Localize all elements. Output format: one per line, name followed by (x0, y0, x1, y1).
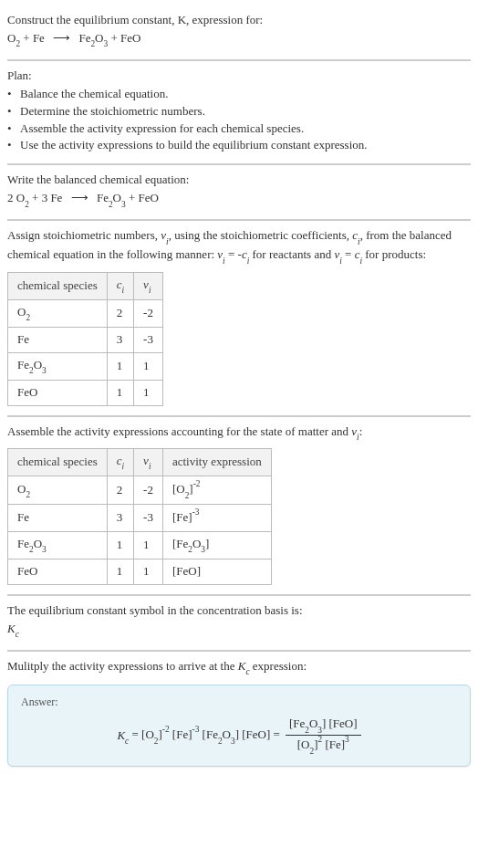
cell: 1 (107, 380, 133, 405)
cell: FeO (8, 559, 108, 584)
cell: O2 (8, 299, 108, 327)
answer-lhs: Kc = [O2]-2 [Fe]-3 [Fe2O3] [FeO] = (117, 726, 279, 746)
section-balanced: Write the balanced chemical equation: 2 … (7, 165, 471, 221)
kc-symbol: Kc (7, 621, 471, 640)
plan-text-2: Determine the stoichiometric numbers. (20, 103, 205, 120)
plan-text-3: Assemble the activity expression for eac… (20, 120, 304, 138)
cell: 1 (134, 531, 163, 559)
prompt-text: Construct the equilibrium constant, K, e… (7, 12, 471, 29)
col-vi: νi (134, 272, 163, 299)
cell: Fe2O3 (8, 531, 108, 559)
balanced-equation: 2 O2 + 3 Fe ⟶ Fe2O3 + FeO (7, 190, 471, 209)
cell: 3 (107, 505, 133, 531)
col-species: chemical species (8, 448, 108, 476)
answer-box: Answer: Kc = [O2]-2 [Fe]-3 [Fe2O3] [FeO]… (7, 685, 471, 767)
section-plan: Plan: •Balance the chemical equation. •D… (7, 61, 471, 165)
fraction-numerator: [Fe2O3] [FeO] (286, 716, 361, 736)
answer-fraction: [Fe2O3] [FeO] [O2]2 [Fe]3 (286, 716, 361, 757)
plan-text-1: Balance the chemical equation. (20, 86, 168, 103)
cell: Fe (8, 505, 108, 531)
cell: [Fe2O3] (162, 531, 271, 559)
cell: 2 (107, 299, 133, 327)
prompt-equation: O2 + Fe ⟶ Fe2O3 + FeO (7, 30, 471, 49)
cell: 1 (107, 559, 133, 584)
table-row: FeO11 (8, 380, 163, 405)
table-row: chemical species ci νi (8, 272, 163, 299)
multiply-line: Mulitply the activity expressions to arr… (7, 658, 471, 677)
col-species: chemical species (8, 272, 108, 299)
col-activity: activity expression (162, 448, 271, 476)
cell: [Fe]-3 (162, 505, 271, 531)
plan-item-2: •Determine the stoichiometric numbers. (7, 103, 471, 120)
stoich-table: chemical species ci νi O22-2 Fe3-3 Fe2O3… (7, 272, 163, 406)
cell: Fe2O3 (8, 352, 108, 380)
answer-label: Answer: (21, 695, 457, 710)
table-row: FeO11[FeO] (8, 559, 272, 584)
cell: -3 (134, 505, 163, 531)
col-ci: ci (107, 448, 133, 476)
table-row: chemical species ci νi activity expressi… (8, 448, 272, 476)
table-row: Fe2O311[Fe2O3] (8, 531, 272, 559)
cell: FeO (8, 380, 108, 405)
table-row: Fe2O311 (8, 352, 163, 380)
section-kc-symbol: The equilibrium constant symbol in the c… (7, 596, 471, 652)
cell: -2 (134, 476, 163, 505)
table-row: Fe3-3 (8, 327, 163, 352)
answer-equation: Kc = [O2]-2 [Fe]-3 [Fe2O3] [FeO] = [Fe2O… (21, 716, 457, 757)
kc-symbol-line1: The equilibrium constant symbol in the c… (7, 602, 471, 620)
fraction-denominator: [O2]2 [Fe]3 (286, 736, 361, 756)
cell: 1 (107, 352, 133, 380)
cell: [FeO] (162, 559, 271, 584)
balanced-title: Write the balanced chemical equation: (7, 172, 471, 189)
col-vi: νi (134, 448, 163, 476)
activity-intro: Assemble the activity expressions accoun… (7, 424, 471, 443)
cell: 1 (134, 352, 163, 380)
plan-title: Plan: (7, 68, 471, 85)
section-stoich: Assign stoichiometric numbers, νi, using… (7, 221, 471, 416)
plan-text-4: Use the activity expressions to build th… (20, 137, 368, 154)
stoich-intro: Assign stoichiometric numbers, νi, using… (7, 227, 471, 266)
cell: O2 (8, 476, 108, 505)
table-row: O22-2 (8, 299, 163, 327)
plan-item-1: •Balance the chemical equation. (7, 86, 471, 103)
cell: 2 (107, 476, 133, 505)
cell: 1 (134, 559, 163, 584)
prompt-line1: Construct the equilibrium constant, K, e… (7, 13, 263, 26)
plan-item-4: •Use the activity expressions to build t… (7, 137, 471, 154)
plan-item-3: •Assemble the activity expression for ea… (7, 120, 471, 138)
cell: 1 (107, 531, 133, 559)
table-row: O22-2[O2]-2 (8, 476, 272, 505)
cell: -2 (134, 299, 163, 327)
cell: 1 (134, 380, 163, 405)
section-prompt: Construct the equilibrium constant, K, e… (7, 5, 471, 61)
activity-table: chemical species ci νi activity expressi… (7, 448, 272, 585)
section-multiply: Mulitply the activity expressions to arr… (7, 652, 471, 776)
cell: [O2]-2 (162, 476, 271, 505)
section-activity: Assemble the activity expressions accoun… (7, 417, 471, 596)
cell: 3 (107, 327, 133, 352)
table-row: Fe3-3[Fe]-3 (8, 505, 272, 531)
col-ci: ci (107, 272, 133, 299)
cell: Fe (8, 327, 108, 352)
cell: -3 (134, 327, 163, 352)
